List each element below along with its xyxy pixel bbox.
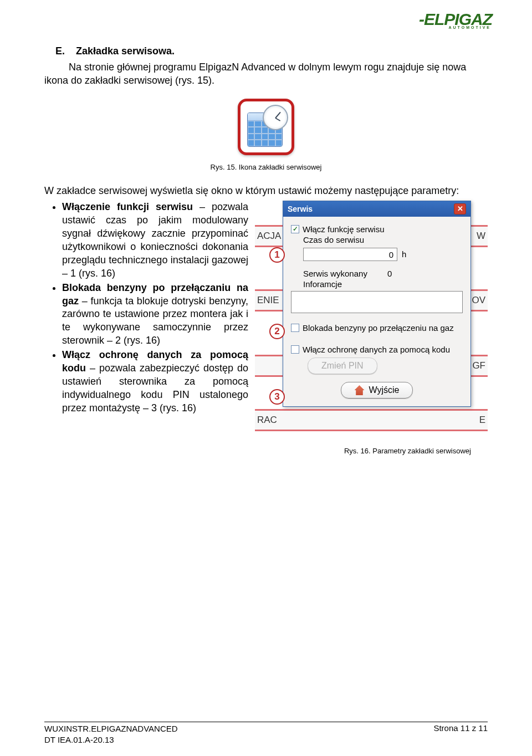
service-dialog: Serwis ✕ Włącz funkcję serwisu Czas do s… [283,201,471,407]
subintro-paragraph: W zakładce serwisowej wyświetla się okno… [44,185,488,197]
checkbox-icon [291,225,299,233]
block-petrol-checkbox[interactable]: Blokada benzyny po przełączeniu na gaz [291,323,463,333]
time-to-service-input[interactable]: 0 [303,248,397,261]
figure-16: ACJAW ENIEOV GF RACE Serwis ✕ Włącz funk… [255,201,488,455]
footer-page-number: Strona 11 z 11 [433,723,488,745]
bg-tab-text: E [479,415,485,426]
change-pin-button[interactable]: Zmień PIN [308,357,377,374]
button-label: Zmień PIN [321,361,364,371]
callout-2: 2 [269,324,285,339]
button-label: Wyjście [369,385,400,395]
list-item: Włączenie funkcji serwisu – pozwala usta… [62,201,248,280]
checkbox-label: Włącz funkcję serwisu [303,224,385,234]
callout-3: 3 [269,389,285,405]
bg-tab-text: W [477,231,485,242]
footer-doc-code: DT IEA.01.A-20.13 [44,734,178,745]
bullet-text: – funkcja ta blokuje dotryski benzyny, z… [62,295,248,346]
info-label: Inforamcje [303,279,463,289]
checkbox-label: Blokada benzyny po przełączeniu na gaz [303,323,454,333]
brand-logo: -ELPIGAZ AUTOMOTIVE [419,10,492,29]
info-textarea[interactable] [291,291,463,313]
section-marker: E. [55,45,65,57]
home-icon [355,385,365,395]
service-done-value: 0 [387,269,392,278]
callout-1: 1 [269,247,285,263]
bullet-bold: Włączenie funkcji serwisu [62,201,193,212]
checkbox-icon [291,345,299,354]
checkbox-label: Włącz ochronę danych za pomocą kodu [303,345,450,354]
exit-button[interactable]: Wyjście [341,382,413,399]
param-list: Włączenie funkcji serwisu – pozwala usta… [62,201,248,415]
bg-tab-text: OV [472,295,485,306]
section-title: Zakładka serwisowa. [76,45,175,57]
clock-icon [263,105,288,130]
time-unit-label: h [402,249,406,259]
intro-text: Na stronie głównej programu ElpigazN Adv… [44,62,466,86]
bullet-text: – pozwala zabezpieczyć dostęp do ustawie… [62,362,248,413]
footer-doc-id: WUXINSTR.ELPIGAZNADVANCED [44,723,178,734]
bg-tab-text: ACJA [257,231,281,242]
bg-tab-text: ENIE [257,295,279,306]
bg-tab-text: RAC [257,415,277,426]
bullet-text: – pozwala ustawić czas po jakim modulowa… [62,201,248,279]
dialog-titlebar: Serwis ✕ [283,201,470,217]
bg-tab-text: GF [472,360,485,371]
page-footer: WUXINSTR.ELPIGAZNADVANCED DT IEA.01.A-20… [44,722,488,745]
service-tab-icon [238,99,294,155]
service-done-label: Serwis wykonany [303,269,367,278]
time-to-service-label: Czas do serwisu [303,235,463,244]
enable-service-checkbox[interactable]: Włącz funkcję serwisu [291,224,463,234]
section-heading: E. Zakładka serwisowa. [55,45,488,57]
dialog-title: Serwis [288,205,313,213]
list-item: Blokada benzyny po przełączaniu na gaz –… [62,282,248,348]
enable-pin-checkbox[interactable]: Włącz ochronę danych za pomocą kodu [291,345,463,354]
figure-15-caption: Rys. 15. Ikona zakładki serwisowej [44,163,488,171]
list-item: Włącz ochronę danych za pomocą kodu – po… [62,349,248,415]
checkbox-icon [291,324,299,332]
close-button[interactable]: ✕ [454,203,466,214]
intro-paragraph: Na stronie głównej programu ElpigazN Adv… [44,60,488,88]
